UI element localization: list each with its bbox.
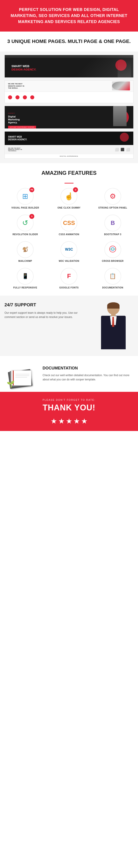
feature-strong-option-panel: ⚙ STRONG OPTION PANEL — [92, 188, 134, 209]
preview-4-sub: WE ARE THE BESTWEBSITE AGENCY INTHE WORL… — [5, 145, 133, 154]
star-3: ★ — [66, 417, 72, 425]
unique-pages-section: 3 UNIQUE HOME PAGES. MULTI PAGE & ONE PA… — [0, 32, 138, 52]
preview-3-person — [113, 106, 127, 126]
preview-4-label: DIGITAL EXPERIENCE — [5, 154, 133, 158]
preview-4-sub-left: WE ARE THE BESTWEBSITE AGENCY INTHE WORL… — [8, 148, 115, 152]
preview-2: WE ARE THE BESTWEBSITE AGENCY INTHE WORL… — [4, 80, 134, 103]
stars-row: ★ ★ ★ ★ ★ — [4, 417, 134, 425]
feature-label-6: BOOTSTRAP 3 — [104, 233, 121, 236]
preview-1-person — [118, 60, 131, 78]
feature-icon-wrap-12: 📋 — [104, 268, 121, 285]
icon-sm-1 — [8, 95, 12, 99]
preview-2-bottom — [5, 92, 133, 103]
feature-icon-wrap-10: 📱 — [17, 268, 34, 285]
feature-label-5: CSS3 ANIMATION — [59, 233, 79, 236]
star-2: ★ — [58, 417, 65, 425]
responsive-icon: 📱 — [22, 274, 29, 279]
preview-4: SMART WEBDESIGN AGENCY. WE ARE THE BESTW… — [4, 131, 134, 159]
preview-2-left: WE ARE THE BESTWEBSITE AGENCY INTHE WORL… — [8, 83, 112, 89]
option-panel-icon: ⚙ — [110, 193, 116, 200]
preview-3-heading: DigitalMarketingAgency. — [8, 115, 108, 124]
preview-4-heading: SMART WEBDESIGN AGENCY. — [8, 135, 27, 141]
feature-icon-wrap-5: CSS — [60, 215, 77, 231]
support-section: 24/7 SUPPORT Our expert support team is … — [0, 296, 138, 356]
preview-3-inner: Agency DigitalMarketingAgency. LET'S GET… — [5, 106, 133, 128]
feature-icon-wrap-9 — [104, 241, 121, 258]
docs-content: DOCUMENTATION Check out our well written… — [43, 366, 134, 382]
feature-icon-wrap-3: ⚙ — [104, 188, 121, 205]
feature-badge-1: Pb — [29, 187, 34, 192]
preview-1: SMART WEBDESIGN AGENCY. — [4, 55, 134, 78]
animation-icon: CSS — [63, 220, 75, 226]
feature-label-7: MAILCHIMP — [18, 260, 32, 262]
preview-3-right — [108, 108, 130, 126]
feature-label-8: W3C VALIDATION — [59, 260, 79, 262]
feature-css3-animation: CSS CSS3 ANIMATION — [48, 215, 90, 236]
features-divider — [64, 183, 74, 184]
star-1: ★ — [51, 417, 57, 425]
feature-label-4: REVOLUTION SLIDER — [12, 233, 38, 236]
feature-revolution-slider: 5 ↺ REVOLUTION SLIDER — [4, 215, 46, 236]
icon-sm-4 — [30, 95, 34, 99]
support-heading: 24/7 SUPPORT — [4, 302, 89, 307]
feature-documentation: 📋 DOCUMENTATION — [92, 268, 134, 289]
page-previews: SMART WEBDESIGN AGENCY. WE ARE THE BESTW… — [0, 52, 138, 163]
bootstrap-icon: B — [111, 220, 115, 226]
hero-banner: PERFECT SOLUTION FOR WEB DESIGN, DIGITAL… — [0, 0, 138, 32]
documentation-section: 🌱 DOCUMENTATION Check out our well writt… — [0, 356, 138, 392]
star-5: ★ — [81, 417, 88, 425]
feature-google-fonts: F GOOGLE FONTS — [48, 268, 90, 289]
preview-4-circle — [120, 133, 129, 142]
star-4: ★ — [74, 417, 80, 425]
feature-fully-responsive: 📱 FULLY RESPONSIVE — [4, 268, 46, 289]
preview-3-label: Agency — [8, 113, 15, 114]
dummy-icon: ☝ — [64, 193, 74, 200]
support-body: Our expert support team is always ready … — [4, 311, 89, 319]
thankyou-heading: THANK YOU! — [4, 403, 134, 412]
feature-icon-wrap-7: 🐒 — [17, 241, 34, 258]
feature-label-2: ONE CLICK DUMMY — [57, 207, 80, 209]
feature-one-click-dummy: D ☝ ONE CLICK DUMMY — [48, 188, 90, 209]
preview-4-content: SMART WEBDESIGN AGENCY. — [8, 135, 27, 141]
preview-1-heading: SMART WEBDESIGN AGENCY. — [11, 64, 36, 71]
features-section: AMAZING FEATURES Pb ⊞ VISUAL PAGE BUILDE… — [0, 163, 138, 296]
feature-label-3: STRONG OPTION PANEL — [98, 207, 127, 209]
feature-icon-wrap-11: F — [60, 268, 77, 285]
sub-icon-3: ⬜ — [126, 148, 130, 151]
sub-icon-2: ⬛ — [120, 148, 124, 151]
preview-4-sub-icons: ⬜ ⬛ ⬜ — [115, 148, 130, 151]
feature-label-10: FULLY RESPONSIVE — [13, 286, 37, 289]
feature-w3c: W3C W3C VALIDATION — [48, 241, 90, 262]
feature-label-1: VISUAL PAGE BUILDER — [11, 207, 39, 209]
feature-label-9: CROSS BROWSER — [102, 260, 124, 262]
icon-sm-2 — [16, 95, 20, 99]
icon-sm-3 — [23, 95, 27, 99]
docs-book-image: 🌱 — [8, 363, 35, 385]
feature-icon-wrap-8: W3C — [60, 241, 77, 258]
docs-image: 🌱 — [4, 363, 38, 385]
preview-2-right — [112, 82, 130, 90]
w3c-icon: W3C — [65, 248, 73, 251]
preview-3-button[interactable]: LET'S GET YOUR PROJECT STARTED! — [8, 126, 36, 128]
cross-browser-icon — [109, 245, 117, 254]
hero-text: PERFECT SOLUTION FOR WEB DESIGN, DIGITAL… — [9, 7, 129, 25]
mailchimp-icon: 🐒 — [22, 247, 28, 252]
dont-forget-text: PLEASE DON'T FORGET TO RATE: — [4, 399, 134, 401]
unique-pages-heading: 3 UNIQUE HOME PAGES. MULTI PAGE & ONE PA… — [4, 38, 134, 45]
features-heading: AMAZING FEATURES — [4, 170, 134, 176]
feature-cross-browser: CROSS BROWSER — [92, 241, 134, 262]
preview-4-footer-label: DIGITAL EXPERIENCE — [60, 156, 78, 157]
slider-icon: ↺ — [22, 219, 28, 226]
feature-bootstrap: B BOOTSTRAP 3 — [92, 215, 134, 236]
sub-icon-1: ⬜ — [115, 148, 119, 151]
feature-visual-page-builder: Pb ⊞ VISUAL PAGE BUILDER — [4, 188, 46, 209]
page-builder-icon: ⊞ — [22, 193, 28, 200]
features-grid: Pb ⊞ VISUAL PAGE BUILDER D ☝ ONE CLICK D… — [4, 188, 134, 289]
preview-2-top: WE ARE THE BESTWEBSITE AGENCY INTHE WORL… — [5, 81, 133, 92]
feature-badge-2: D — [73, 187, 78, 192]
feature-label-12: DOCUMENTATION — [102, 286, 123, 289]
preview-4-sub-text: WE ARE THE BESTWEBSITE AGENCY INTHE WORL… — [8, 148, 115, 152]
feature-badge-4: 5 — [29, 214, 34, 219]
support-person — [93, 302, 134, 349]
feature-icon-wrap-6: B — [104, 215, 121, 231]
